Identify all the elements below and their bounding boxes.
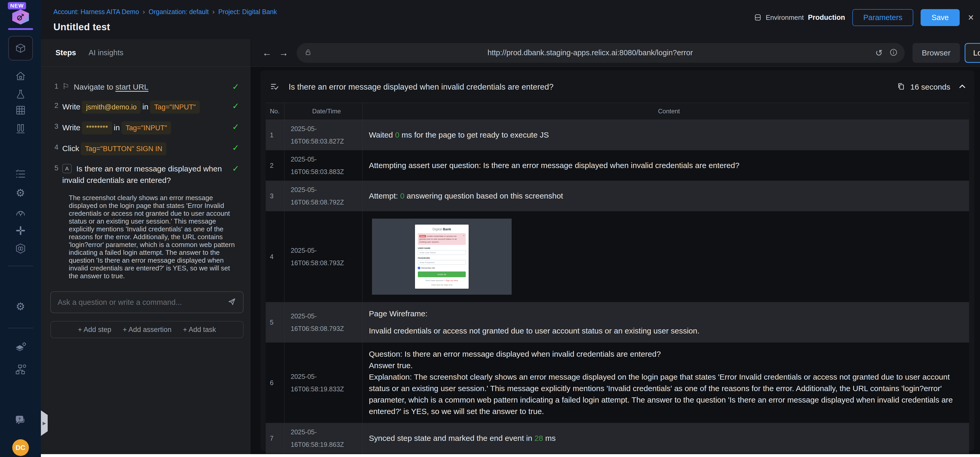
sidebar-divider bbox=[8, 328, 33, 328]
tab-ai-insights[interactable]: AI insights bbox=[89, 48, 124, 57]
sidebar-item-test-module[interactable] bbox=[8, 36, 33, 61]
row-datetime: 2025-05-16T06:58:19.863Z bbox=[285, 423, 363, 453]
step-text: Navigate to bbox=[74, 83, 115, 91]
breadcrumb-account[interactable]: Account: Harness AITA Demo bbox=[53, 8, 139, 16]
mini-login-card: Digital Bank ErrorInvalid credentials or… bbox=[415, 225, 469, 289]
selector-chip: Tag="INPUT" bbox=[121, 121, 171, 134]
row-content: Attempting assert user question: Is ther… bbox=[363, 150, 969, 181]
add-assertion-button[interactable]: + Add assertion bbox=[123, 326, 172, 334]
table-row: 72025-05-16T06:58:19.863ZSynced step sta… bbox=[266, 423, 969, 454]
step-success-check-icon: ✓ bbox=[228, 100, 239, 111]
refresh-icon[interactable]: ↺ bbox=[875, 48, 883, 58]
steps-tabs: Steps AI insights bbox=[41, 39, 251, 67]
copy-icon[interactable] bbox=[897, 82, 905, 92]
command-input-box bbox=[50, 291, 243, 313]
browser-view-button[interactable]: Browser bbox=[913, 43, 960, 63]
table-row: 22025-05-16T06:58:03.883ZAttempting asse… bbox=[266, 150, 969, 181]
step-number: 2 bbox=[54, 100, 62, 110]
user-avatar[interactable]: DC bbox=[12, 439, 29, 456]
send-icon[interactable] bbox=[228, 297, 236, 307]
sidebar-item-project-settings[interactable]: ⚙ bbox=[8, 294, 33, 318]
avatar-initials: DC bbox=[16, 444, 25, 452]
breadcrumb-organization[interactable]: Organization: default bbox=[149, 8, 209, 16]
mini-error-badge: Error bbox=[419, 235, 426, 237]
value-chip: ******** bbox=[82, 121, 112, 134]
breadcrumb-project[interactable]: Project: Digital Bank bbox=[218, 8, 277, 16]
step-row-2[interactable]: 2 Writejsmith@demo.ioinTag="INPUT" ✓ bbox=[54, 100, 239, 114]
back-arrow-icon[interactable]: ← bbox=[259, 48, 275, 58]
gear-icon: ⚙ bbox=[16, 301, 25, 312]
row-datetime: 2025-05-16T06:58:03.883Z bbox=[285, 150, 363, 181]
cube-icon bbox=[14, 42, 27, 54]
row-number: 6 bbox=[266, 342, 285, 423]
start-url-link[interactable]: start URL bbox=[115, 83, 148, 91]
forward-arrow-icon[interactable]: → bbox=[275, 48, 292, 58]
selector-chip: Tag="BUTTON" SIGN IN bbox=[81, 142, 167, 155]
breadcrumb-separator: › bbox=[143, 8, 145, 16]
steps-panel: Steps AI insights 1 ⚐ Navigate to start … bbox=[41, 39, 251, 454]
logo-underline bbox=[8, 28, 33, 30]
log-table: No. Date/Time Content 12025-05-16T06:58:… bbox=[266, 103, 969, 457]
table-row: 42025-05-16T06:58:08.793Z Digital Bank E… bbox=[266, 211, 969, 302]
sidebar-item-test-suites[interactable] bbox=[8, 116, 33, 141]
logs-view-button[interactable]: Lo bbox=[965, 43, 980, 63]
log-step-question: Is there an error message displayed when… bbox=[289, 82, 897, 92]
mini-checkbox-icon: ✓ bbox=[418, 267, 420, 269]
grid-icon bbox=[14, 104, 27, 116]
assertion-question: Is there an error message displayed when… bbox=[62, 164, 222, 185]
sidebar-item-pipelines[interactable] bbox=[8, 236, 33, 261]
step-number: 5 bbox=[54, 163, 62, 172]
environment-label: Environment bbox=[766, 14, 804, 22]
close-icon[interactable]: × bbox=[968, 12, 976, 23]
step-conn: in bbox=[114, 123, 120, 132]
row-number: 3 bbox=[266, 181, 285, 211]
info-icon[interactable] bbox=[889, 48, 897, 57]
column-header-datetime: Date/Time bbox=[285, 103, 363, 119]
parameters-button[interactable]: Parameters bbox=[852, 9, 913, 26]
browser-toolbar: ← → http://prod.dbank.staging-apps.relic… bbox=[251, 39, 980, 67]
step-row-4[interactable]: 4 ClickTag="BUTTON" SIGN IN ✓ bbox=[54, 142, 239, 155]
step-row-5[interactable]: 5 AIs there an error message displayed w… bbox=[54, 163, 239, 186]
svg-text:?: ? bbox=[18, 417, 21, 421]
row-content: Attempt: 0 answering question based on t… bbox=[363, 181, 969, 211]
row-content: Waited 0 ms for the page to get ready to… bbox=[363, 120, 969, 150]
step-conn: in bbox=[142, 102, 148, 111]
add-task-button[interactable]: + Add task bbox=[183, 326, 216, 334]
sidebar-item-help[interactable]: ? bbox=[8, 408, 33, 432]
table-row: 52025-05-16T06:58:08.793ZPage Wireframe:… bbox=[266, 302, 969, 342]
breadcrumb-separator: › bbox=[212, 8, 215, 16]
mini-help-link: Click here for help (F3) bbox=[418, 284, 466, 286]
step-number: 4 bbox=[54, 142, 62, 151]
mini-brand: Digital Bank bbox=[418, 227, 466, 231]
add-step-button[interactable]: + Add step bbox=[78, 326, 111, 334]
step-row-3[interactable]: 3 Write********inTag="INPUT" ✓ bbox=[54, 121, 239, 134]
chevron-up-icon[interactable] bbox=[958, 82, 966, 92]
row-content: Digital Bank ErrorInvalid credentials or… bbox=[363, 211, 969, 302]
tab-steps[interactable]: Steps bbox=[56, 48, 76, 57]
row-datetime: 2025-05-16T06:58:08.792Z bbox=[285, 181, 363, 211]
checklist-icon bbox=[14, 168, 27, 180]
step-verb: Write bbox=[62, 123, 80, 132]
screenshot-thumbnail[interactable]: Digital Bank ErrorInvalid credentials or… bbox=[372, 218, 512, 295]
step-duration: 16 seconds bbox=[910, 83, 950, 91]
sidebar-item-org-settings[interactable] bbox=[8, 357, 33, 382]
row-content: Page Wireframe:Invalid credentials or ac… bbox=[363, 302, 969, 342]
row-datetime: 2025-05-16T06:58:08.793Z bbox=[285, 302, 363, 342]
command-input[interactable] bbox=[57, 298, 228, 307]
step-number: 3 bbox=[54, 121, 62, 131]
save-button[interactable]: Save bbox=[921, 9, 960, 26]
address-bar[interactable]: http://prod.dbank.staging-apps.relicx.ai… bbox=[297, 43, 905, 63]
step-row-1[interactable]: 1 ⚐ Navigate to start URL ✓ bbox=[54, 81, 239, 93]
steps-list: 1 ⚐ Navigate to start URL ✓ 2 Writejsmit… bbox=[41, 67, 251, 454]
table-header-row: No. Date/Time Content bbox=[266, 103, 969, 120]
sidebar-item-layers-settings[interactable] bbox=[8, 335, 33, 360]
step-success-check-icon: ✓ bbox=[228, 81, 239, 92]
step-verb: Write bbox=[62, 102, 80, 111]
log-card: Is there an error message displayed when… bbox=[261, 70, 974, 451]
row-number: 2 bbox=[266, 150, 285, 181]
help-chat-icon: ? bbox=[14, 414, 27, 426]
environment-selector[interactable]: Environment Production bbox=[754, 14, 845, 22]
topbar: Account: Harness AITA Demo › Organizatio… bbox=[41, 0, 980, 39]
test-tubes-icon bbox=[14, 123, 27, 134]
layers-gear-icon bbox=[14, 341, 27, 353]
